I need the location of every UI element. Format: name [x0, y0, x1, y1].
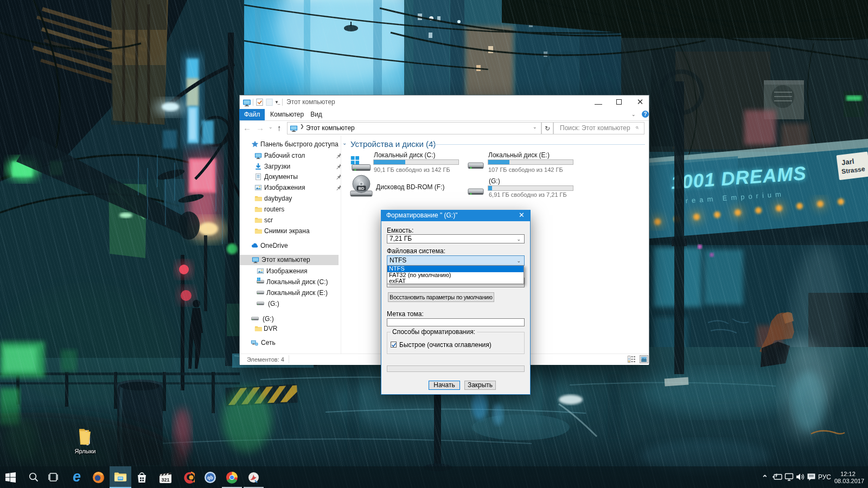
svg-text:321: 321 — [161, 477, 169, 483]
svg-text:qb: qb — [207, 475, 213, 480]
svg-text:BD: BD — [359, 186, 365, 191]
